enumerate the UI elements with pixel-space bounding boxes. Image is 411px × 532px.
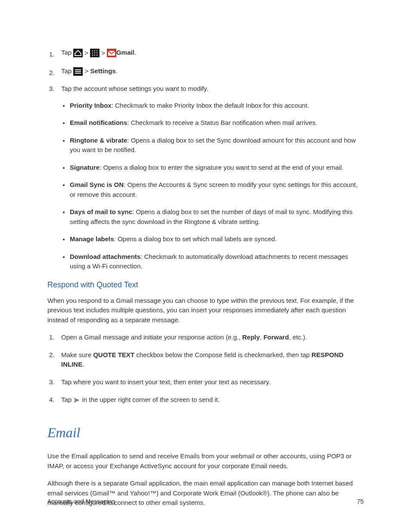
option-text: : Checkmark to receive a Status Bar noti… — [127, 119, 317, 126]
respond-quoted-heading: Respond with Quoted Text — [47, 279, 364, 291]
step-3-text: Tap the account whose settings you want … — [61, 85, 209, 92]
option-manage-labels: Manage labels: Opens a dialog box to set… — [61, 234, 364, 244]
q4-b: in the upper right corner of the screen … — [80, 396, 220, 403]
step-2-sep: > — [83, 67, 90, 75]
quoted-step-4: Tap in the upper right corner of the scr… — [49, 395, 364, 405]
option-label: Signature — [70, 164, 100, 171]
svg-rect-2 — [97, 50, 97, 51]
q2-c: . — [82, 361, 84, 368]
step-1-tap: Tap — [61, 49, 73, 56]
svg-rect-10 — [75, 69, 81, 70]
email-heading: Email — [47, 422, 364, 443]
svg-rect-11 — [75, 71, 81, 72]
step-2-tap: Tap — [61, 67, 73, 75]
svg-rect-4 — [94, 53, 95, 53]
step-1-suffix: . — [134, 49, 136, 56]
quoted-step-2: Make sure QUOTE TEXT checkbox below the … — [49, 350, 364, 370]
quoted-step-3: Tap where you want to insert your text, … — [49, 377, 364, 387]
option-text: : Opens a dialog box to set which mail l… — [114, 235, 277, 243]
option-email-notifications: Email notifications: Checkmark to receiv… — [61, 118, 364, 128]
menu-icon — [73, 67, 83, 76]
svg-rect-1 — [94, 50, 95, 51]
q3-text: Tap where you want to insert your text, … — [61, 378, 271, 386]
option-label: Email notifications — [70, 119, 127, 126]
home-icon — [73, 49, 83, 57]
respond-quoted-steps: Open a Gmail message and initiate your r… — [49, 333, 364, 405]
svg-rect-12 — [75, 73, 81, 74]
option-signature: Signature: Opens a dialog box to enter t… — [61, 163, 364, 173]
option-gmail-sync: Gmail Sync is ON: Opens the Accounts & S… — [61, 180, 364, 199]
svg-rect-8 — [97, 55, 97, 56]
q1-b: , etc.). — [289, 333, 307, 341]
gmail-settings-steps: Tap > > Gmail. Tap > Settings. Tap the a… — [49, 47, 364, 271]
option-label: Download attachments — [70, 253, 140, 260]
step-2: Tap > Settings. — [49, 66, 364, 76]
respond-quoted-paragraph: When you respond to a Gmail message you … — [47, 296, 364, 325]
quoted-step-1: Open a Gmail message and initiate your r… — [49, 333, 364, 342]
option-label: Days of mail to sync — [70, 208, 132, 215]
gmail-label: Gmail — [116, 49, 134, 56]
svg-rect-6 — [92, 55, 93, 56]
q2-a: Make sure — [61, 351, 93, 358]
option-label: Priority Inbox — [70, 102, 112, 109]
reply-label: Reply — [242, 333, 260, 341]
svg-rect-7 — [94, 55, 95, 56]
footer-page-number: 75 — [357, 497, 364, 506]
email-paragraph-1: Use the Email application to send and re… — [47, 451, 364, 471]
step-2-suffix: . — [116, 67, 118, 75]
q1-a: Open a Gmail message and initiate your r… — [61, 333, 242, 341]
option-days-to-sync: Days of mail to sync: Opens a dialog box… — [61, 207, 364, 227]
option-label: Ringtone & vibrate — [70, 137, 127, 144]
settings-options: Priority Inbox: Checkmark to make Priori… — [61, 101, 364, 271]
settings-label: Settings — [90, 67, 115, 75]
q2-b: checkbox below the Compose field is chec… — [134, 351, 311, 358]
option-download-attachments: Download attachments: Checkmark to autom… — [61, 252, 364, 271]
svg-rect-5 — [97, 53, 97, 53]
separator-2: > — [101, 48, 105, 58]
step-1: Tap > > Gmail. — [49, 47, 364, 58]
forward-label: Forward — [263, 333, 289, 341]
option-label: Gmail Sync is ON — [70, 181, 124, 188]
q4-a: Tap — [61, 396, 73, 403]
page-footer: Accounts and Messaging 75 — [47, 497, 364, 506]
apps-icon — [90, 49, 100, 57]
svg-rect-3 — [92, 53, 93, 53]
svg-rect-0 — [92, 50, 93, 51]
option-text: : Opens a dialog box to enter the signat… — [100, 164, 343, 171]
footer-section-name: Accounts and Messaging — [47, 497, 115, 506]
separator-1: > — [84, 48, 88, 58]
option-label: Manage labels — [70, 235, 114, 243]
send-icon — [73, 397, 80, 403]
option-ringtone-vibrate: Ringtone & vibrate: Opens a dialog box t… — [61, 136, 364, 155]
step-3: Tap the account whose settings you want … — [49, 84, 364, 271]
option-priority-inbox: Priority Inbox: Checkmark to make Priori… — [61, 101, 364, 111]
quote-text-label: QUOTE TEXT — [93, 351, 134, 358]
gmail-icon — [107, 49, 116, 57]
option-text: : Checkmark to make Priority Inbox the d… — [112, 102, 309, 109]
